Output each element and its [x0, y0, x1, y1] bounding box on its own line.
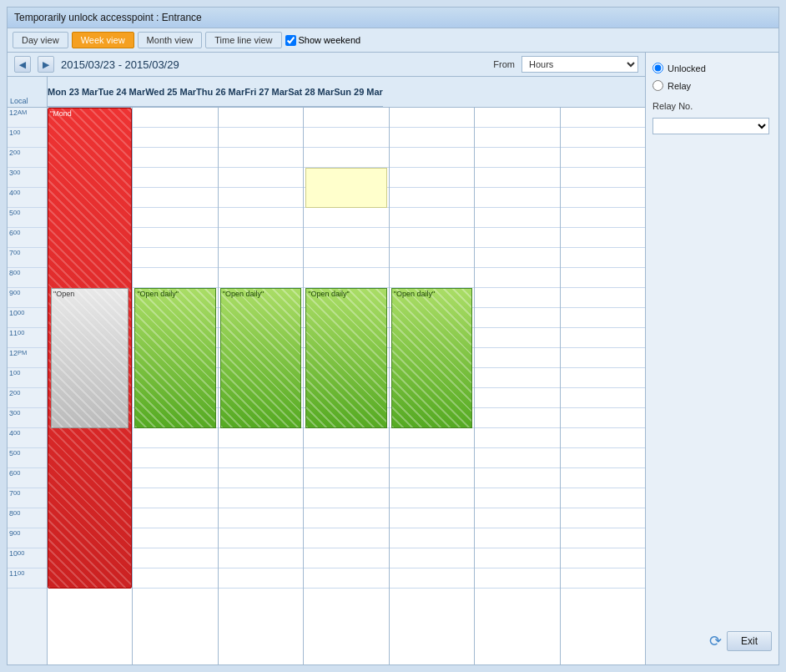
time-10am: 1000: [8, 308, 47, 328]
wed-green-event[interactable]: "Open daily": [220, 288, 301, 428]
title-bar: Temporarily unlock accesspoint : Entranc…: [8, 8, 778, 28]
fri-green-event[interactable]: "Open daily": [391, 288, 472, 428]
time-5am: 500: [8, 208, 47, 228]
show-weekend-label: Show weekend: [299, 35, 361, 45]
time-9am: 900: [8, 288, 47, 308]
time-6am: 600: [8, 228, 47, 248]
unlocked-label: Unlocked: [668, 63, 706, 73]
exit-section: ⟳ Exit: [652, 628, 772, 654]
from-label: From: [493, 59, 515, 69]
day-col-mon[interactable]: "Mond "Open: [48, 108, 133, 664]
time-12pm: 12PM: [8, 348, 47, 368]
time-9pm: 900: [8, 528, 47, 548]
calendar-body[interactable]: 12AM 100 200 300 400 500 600 700 800 900…: [8, 108, 645, 664]
nav-bar: ◀ ▶ 2015/03/23 - 2015/03/29 From Hours: [8, 53, 645, 77]
time-2pm: 200: [8, 388, 47, 408]
day-header-sun: Sun 29 Mar: [334, 77, 383, 107]
toolbar: Day view Week view Month view Time line …: [8, 28, 778, 53]
time-8am: 800: [8, 268, 47, 288]
month-view-tab[interactable]: Month view: [138, 32, 203, 48]
day-header-fri: Fri 27 Mar: [244, 77, 288, 107]
time-labels: 12AM 100 200 300 400 500 600 700 800 900…: [8, 108, 48, 664]
time-11am: 1100: [8, 328, 47, 348]
day-headers-row: Local Mon 23 Mar Tue 24 Mar Wed 25 Mar T…: [8, 77, 645, 108]
refresh-icon: ⟳: [709, 632, 722, 650]
time-4am: 400: [8, 188, 47, 208]
time-8pm: 800: [8, 508, 47, 528]
time-11pm: 1100: [8, 568, 47, 589]
right-panel: Unlocked Relay Relay No. ⟳ Exit: [645, 53, 778, 664]
exit-button[interactable]: Exit: [727, 631, 772, 651]
date-range: 2015/03/23 - 2015/03/29: [61, 58, 179, 71]
mon-gray-event[interactable]: "Open: [51, 288, 128, 428]
day-col-tue[interactable]: "Open daily": [133, 108, 218, 664]
day-col-wed[interactable]: "Open daily": [219, 108, 304, 664]
time-7pm: 700: [8, 488, 47, 508]
show-weekend-checkbox-label[interactable]: Show weekend: [285, 35, 361, 46]
main-window: Temporarily unlock accesspoint : Entranc…: [7, 7, 779, 665]
time-12am: 12AM: [8, 108, 47, 128]
day-col-sat[interactable]: [475, 108, 560, 664]
time-7am: 700: [8, 248, 47, 268]
time-3pm: 300: [8, 408, 47, 428]
relay-radio-label[interactable]: Relay: [652, 80, 772, 91]
calendar-section: ◀ ▶ 2015/03/23 - 2015/03/29 From Hours L…: [8, 53, 645, 664]
day-header-sat: Sat 28 Mar: [288, 77, 334, 107]
relay-no-label: Relay No.: [652, 101, 772, 111]
next-btn[interactable]: ▶: [38, 56, 54, 73]
hours-select[interactable]: Hours: [521, 56, 638, 73]
day-header-thu: Thu 26 Mar: [196, 77, 244, 107]
local-label: Local: [8, 77, 48, 107]
relay-label: Relay: [668, 81, 691, 91]
main-content: ◀ ▶ 2015/03/23 - 2015/03/29 From Hours L…: [8, 53, 778, 664]
day-view-tab[interactable]: Day view: [13, 32, 68, 48]
tue-green-event[interactable]: "Open daily": [134, 288, 215, 428]
time-6pm: 600: [8, 468, 47, 488]
day-col-fri[interactable]: "Open daily": [390, 108, 475, 664]
day-header-mon: Mon 23 Mar: [48, 77, 98, 107]
day-col-sun[interactable]: [561, 108, 645, 664]
prev-btn[interactable]: ◀: [14, 56, 31, 73]
time-5pm: 500: [8, 448, 47, 468]
time-1am: 100: [8, 128, 47, 148]
day-header-tue: Tue 24 Mar: [98, 77, 146, 107]
calendar-grid: Local Mon 23 Mar Tue 24 Mar Wed 25 Mar T…: [8, 77, 645, 664]
time-1pm: 100: [8, 368, 47, 388]
timeline-view-tab[interactable]: Time line view: [205, 32, 281, 48]
window-title: Temporarily unlock accesspoint : Entranc…: [14, 12, 202, 23]
thu-yellow-event[interactable]: [305, 168, 386, 208]
day-col-thu[interactable]: "Open daily": [304, 108, 389, 664]
week-view-tab[interactable]: Week view: [72, 32, 134, 48]
unlocked-radio-label[interactable]: Unlocked: [652, 63, 772, 73]
time-2am: 200: [8, 148, 47, 168]
time-4pm: 400: [8, 428, 47, 448]
relay-no-select[interactable]: [652, 118, 769, 134]
show-weekend-checkbox[interactable]: [285, 35, 296, 46]
time-10pm: 1000: [8, 548, 47, 568]
day-header-wed: Wed 25 Mar: [145, 77, 196, 107]
time-3am: 300: [8, 168, 47, 188]
relay-radio[interactable]: [652, 80, 663, 91]
thu-green-event[interactable]: "Open daily": [305, 288, 386, 428]
unlocked-radio[interactable]: [652, 63, 663, 73]
